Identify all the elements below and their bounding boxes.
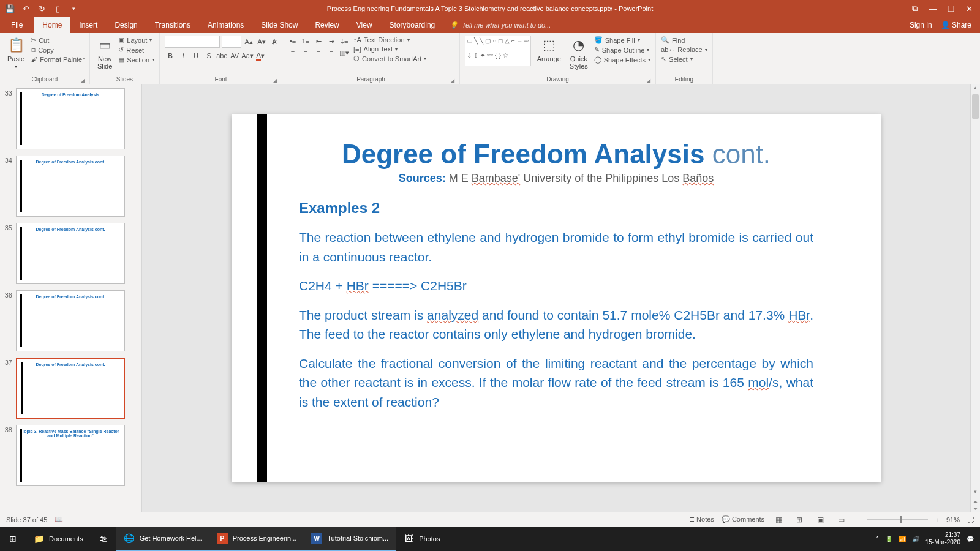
scroll-down-icon[interactable]: ▾ — [971, 489, 980, 498]
reading-view-button[interactable]: ▣ — [813, 514, 827, 525]
case-button[interactable]: Aa▾ — [242, 50, 253, 61]
underline-button[interactable]: U — [190, 50, 202, 61]
taskbar-chrome[interactable]: 🌐Get Homework Hel... — [116, 527, 209, 551]
thumbnail-row[interactable]: 34Degree of Freedom Analysis cont. — [2, 156, 139, 217]
restore-button[interactable]: ❐ — [948, 4, 955, 13]
font-family-select[interactable] — [165, 36, 220, 48]
thumbnail[interactable]: Degree of Freedom Analysis cont. — [16, 358, 125, 419]
quick-styles-button[interactable]: ◔ Quick Styles — [567, 36, 590, 71]
minimize-button[interactable]: — — [929, 4, 937, 13]
comments-button[interactable]: 💬 Comments — [722, 515, 764, 523]
thumbnail[interactable]: Degree of Freedom Analysis cont. — [16, 156, 125, 217]
scroll-thumb[interactable] — [972, 94, 979, 119]
spacing-button[interactable]: AV — [229, 50, 240, 61]
align-left-button[interactable]: ≡ — [287, 47, 298, 58]
tab-home[interactable]: Home — [34, 17, 70, 33]
thumbnail[interactable]: Degree of Freedom Analysis — [16, 88, 125, 149]
scroll-track[interactable] — [971, 94, 980, 489]
zoom-out-button[interactable]: − — [855, 516, 859, 523]
shadow-button[interactable]: S — [203, 50, 214, 61]
spell-check-icon[interactable]: 📖 — [55, 515, 63, 523]
columns-button[interactable]: ▥▾ — [339, 47, 350, 58]
zoom-in-button[interactable]: + — [935, 516, 939, 523]
thumbnail-row[interactable]: 33Degree of Freedom Analysis — [2, 88, 139, 149]
tab-review[interactable]: Review — [306, 17, 347, 33]
select-button[interactable]: ↖Select▾ — [661, 54, 707, 64]
prev-slide-icon[interactable]: ⏶ — [971, 498, 980, 505]
notes-button[interactable]: ≣ Notes — [689, 515, 714, 523]
dec-indent-button[interactable]: ⇤ — [313, 36, 324, 47]
inc-indent-button[interactable]: ⇥ — [326, 36, 337, 47]
numbering-button[interactable]: 1≡ — [300, 36, 311, 47]
bold-button[interactable]: B — [165, 50, 176, 61]
save-icon[interactable]: 💾 — [5, 4, 15, 13]
scroll-up-icon[interactable]: ▴ — [971, 84, 980, 94]
fit-to-window-button[interactable]: ⛶ — [967, 516, 974, 523]
tab-animations[interactable]: Animations — [199, 17, 252, 33]
vertical-scrollbar[interactable]: ▴ ▾ ⏶ ⏷ — [970, 84, 980, 512]
clock[interactable]: 21:37 15-Mar-2020 — [925, 531, 960, 546]
format-painter-button[interactable]: 🖌Format Painter — [31, 55, 85, 64]
slide-editor[interactable]: Degree of Freedom Analysis cont. Sources… — [142, 84, 970, 512]
strike-button[interactable]: abc — [216, 50, 227, 61]
qat-more-icon[interactable]: ▾ — [69, 4, 78, 13]
font-size-select[interactable] — [222, 36, 241, 48]
zoom-handle[interactable] — [900, 516, 902, 523]
close-button[interactable]: ✕ — [966, 4, 973, 13]
thumbnail[interactable]: Degree of Freedom Analysis cont. — [16, 223, 125, 284]
tab-file[interactable]: File — [0, 17, 34, 33]
undo-icon[interactable]: ↶ — [21, 4, 31, 13]
cut-button[interactable]: ✂Cut — [31, 36, 85, 45]
thumbnail[interactable]: Topic 3. Reactive Mass Balance "Single R… — [16, 425, 125, 486]
thumbnail-row[interactable]: 38Topic 3. Reactive Mass Balance "Single… — [2, 425, 139, 486]
tell-me-search[interactable]: 💡 Tell me what you want to do... — [450, 17, 551, 33]
normal-view-button[interactable]: ▦ — [772, 514, 785, 525]
start-from-beginning-icon[interactable]: ▯ — [53, 4, 62, 13]
paste-button[interactable]: 📋 Paste ▾ — [5, 36, 27, 70]
zoom-slider[interactable] — [867, 519, 928, 520]
text-direction-button[interactable]: ↕AText Direction▾ — [353, 36, 426, 44]
thumbnail-row[interactable]: 37Degree of Freedom Analysis cont. — [2, 358, 139, 419]
tab-transitions[interactable]: Transitions — [146, 17, 199, 33]
tab-design[interactable]: Design — [106, 17, 146, 33]
justify-button[interactable]: ≡ — [326, 47, 337, 58]
signin-link[interactable]: Sign in — [910, 21, 932, 29]
decrease-font-icon[interactable]: A▾ — [256, 36, 267, 47]
battery-icon[interactable]: 🔋 — [885, 536, 892, 542]
taskbar-documents[interactable]: 📁Documents — [26, 527, 91, 551]
tab-view[interactable]: View — [348, 17, 381, 33]
redo-icon[interactable]: ↻ — [37, 4, 47, 13]
copy-button[interactable]: ⧉Copy — [31, 45, 85, 54]
new-slide-button[interactable]: ▭ New Slide — [95, 36, 115, 71]
zoom-percent[interactable]: 91% — [946, 516, 960, 523]
font-color-button[interactable]: A▾ — [255, 50, 266, 61]
notifications-icon[interactable]: 💬 — [967, 536, 974, 542]
next-slide-icon[interactable]: ⏷ — [971, 505, 980, 512]
share-button[interactable]: 👤 Share — [941, 21, 971, 29]
launcher-icon[interactable]: ◢ — [273, 78, 277, 83]
taskbar-word[interactable]: WTutotrial Stoichiom... — [304, 527, 396, 551]
thumbnail-panel[interactable]: 33Degree of Freedom Analysis 34Degree of… — [0, 84, 142, 512]
slide-canvas[interactable]: Degree of Freedom Analysis cont. Sources… — [232, 114, 881, 482]
align-center-button[interactable]: ≡ — [300, 47, 311, 58]
tab-slideshow[interactable]: Slide Show — [252, 17, 306, 33]
tab-storyboarding[interactable]: Storyboarding — [381, 17, 444, 33]
shape-outline-button[interactable]: ✎Shape Outline▾ — [594, 45, 650, 54]
volume-icon[interactable]: 🔊 — [912, 536, 919, 542]
shape-fill-button[interactable]: 🪣Shape Fill▾ — [594, 36, 650, 45]
launcher-icon[interactable]: ◢ — [647, 78, 650, 83]
arrange-button[interactable]: ⬚ Arrange — [535, 36, 564, 64]
slide-counter[interactable]: Slide 37 of 45 — [6, 516, 47, 523]
thumbnail-row[interactable]: 35Degree of Freedom Analysis cont. — [2, 223, 139, 284]
slideshow-view-button[interactable]: ▭ — [834, 514, 848, 525]
launcher-icon[interactable]: ◢ — [451, 78, 454, 83]
thumbnail-row[interactable]: 36Degree of Freedom Analysis cont. — [2, 290, 139, 351]
clear-format-icon[interactable]: A̷ — [269, 36, 280, 47]
align-right-button[interactable]: ≡ — [313, 47, 324, 58]
wifi-icon[interactable]: 📶 — [899, 536, 906, 542]
taskbar-photos[interactable]: 🖼Photos — [396, 527, 447, 551]
italic-button[interactable]: I — [178, 50, 189, 61]
taskbar-powerpoint[interactable]: PProcess Engineerin... — [209, 527, 304, 551]
bullets-button[interactable]: •≡ — [287, 36, 298, 47]
line-spacing-button[interactable]: ‡≡ — [339, 36, 350, 47]
